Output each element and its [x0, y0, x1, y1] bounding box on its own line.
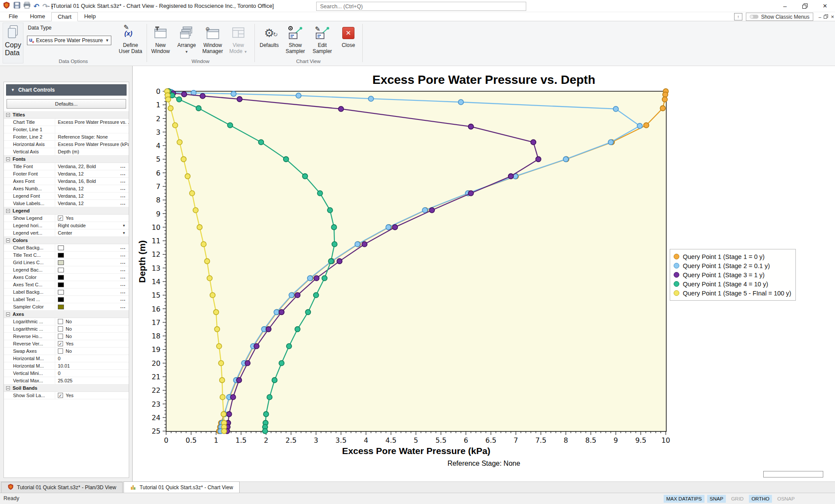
- data-point-marker[interactable]: [237, 96, 242, 102]
- color-swatch[interactable]: [58, 253, 64, 258]
- property-row[interactable]: Footer FontVerdana, 12...: [4, 170, 129, 178]
- data-point-marker[interactable]: [314, 275, 319, 281]
- data-point-marker[interactable]: [307, 275, 313, 281]
- data-point-marker[interactable]: [217, 344, 222, 349]
- property-row[interactable]: Title Text C......: [4, 252, 129, 259]
- property-value[interactable]: 25.025: [55, 377, 129, 384]
- property-value[interactable]: 0: [55, 370, 129, 377]
- checkbox-icon[interactable]: ✓: [58, 216, 63, 221]
- close-chart-button[interactable]: ✕ Close: [336, 23, 361, 63]
- ellipsis-button[interactable]: ...: [120, 200, 126, 206]
- data-point-marker[interactable]: [531, 139, 536, 145]
- data-point-marker[interactable]: [220, 395, 225, 400]
- data-point-marker[interactable]: [193, 208, 198, 213]
- tab-help[interactable]: Help: [78, 12, 102, 21]
- restore-button[interactable]: [795, 0, 815, 12]
- property-value[interactable]: 0: [55, 355, 129, 362]
- data-point-marker[interactable]: [231, 91, 236, 96]
- property-row[interactable]: Logarithmic ...No: [4, 325, 129, 333]
- data-point-marker[interactable]: [214, 309, 219, 315]
- data-point-marker[interactable]: [608, 139, 614, 145]
- property-row[interactable]: Horizontal M...10.01: [4, 362, 129, 370]
- property-row[interactable]: Axes Color...: [4, 274, 129, 281]
- property-value[interactable]: 10.01: [55, 362, 129, 369]
- collapse-section-icon[interactable]: [6, 209, 10, 213]
- color-swatch[interactable]: [58, 305, 64, 309]
- property-value[interactable]: Center▼: [55, 229, 129, 236]
- property-row[interactable]: Horizontal M...0: [4, 355, 129, 362]
- print-icon[interactable]: [23, 2, 30, 10]
- ellipsis-button[interactable]: ...: [120, 304, 126, 309]
- property-value[interactable]: Verdana, 12...: [55, 192, 129, 199]
- property-row[interactable]: Legend FontVerdana, 12...: [4, 192, 129, 200]
- property-value[interactable]: [55, 126, 129, 133]
- data-point-marker[interactable]: [368, 96, 374, 101]
- data-point-marker[interactable]: [637, 123, 642, 129]
- section-header-colors[interactable]: Colors: [4, 237, 129, 244]
- data-point-marker[interactable]: [200, 93, 205, 99]
- section-header-soil-bands[interactable]: Soil Bands: [4, 385, 129, 392]
- define-user-data-button[interactable]: ✎(x) Define User Data: [118, 23, 143, 63]
- ellipsis-button[interactable]: ...: [120, 289, 126, 294]
- tab-file[interactable]: File: [3, 12, 24, 21]
- show-sampler-button[interactable]: Show Sampler: [283, 23, 307, 63]
- data-point-marker[interactable]: [317, 191, 323, 196]
- property-row[interactable]: Reverse Ver...✓Yes: [4, 340, 129, 348]
- close-button[interactable]: ×: [815, 0, 835, 12]
- ellipsis-button[interactable]: ...: [120, 186, 126, 191]
- data-point-marker[interactable]: [279, 309, 284, 315]
- chart-view[interactable]: Excess Pore Water Pressure vs. Depth Dep…: [133, 66, 835, 481]
- property-value[interactable]: Verdana, 16, Bold...: [55, 178, 129, 185]
- arrange-button[interactable]: Arrange ▼: [174, 23, 199, 63]
- child-close-button[interactable]: ×: [831, 13, 834, 20]
- checkbox-icon[interactable]: [58, 319, 63, 324]
- data-point-marker[interactable]: [220, 378, 225, 383]
- property-value[interactable]: Reference Stage: None: [55, 133, 129, 140]
- property-value[interactable]: ...: [55, 252, 129, 259]
- ellipsis-button[interactable]: ...: [120, 259, 126, 265]
- property-value[interactable]: ...: [55, 244, 129, 251]
- property-row[interactable]: Chart TitleExcess Pore Water Pressure vs…: [4, 119, 129, 126]
- data-point-marker[interactable]: [296, 93, 301, 98]
- data-point-marker[interactable]: [338, 106, 344, 112]
- property-value[interactable]: ...: [55, 296, 129, 303]
- ellipsis-button[interactable]: ...: [120, 282, 126, 287]
- data-point-marker[interactable]: [272, 378, 277, 383]
- data-point-marker[interactable]: [168, 106, 173, 111]
- data-point-marker[interactable]: [302, 174, 307, 179]
- property-row[interactable]: Axes Text C......: [4, 281, 129, 288]
- property-row[interactable]: Axes Numb...Verdana, 12...: [4, 185, 129, 192]
- color-swatch[interactable]: [58, 245, 64, 250]
- property-row[interactable]: Chart Backg......: [4, 244, 129, 252]
- data-point-marker[interactable]: [196, 106, 201, 111]
- property-value[interactable]: ...: [55, 274, 129, 281]
- property-value[interactable]: Verdana, 12...: [55, 170, 129, 177]
- data-point-marker[interactable]: [327, 208, 333, 213]
- data-point-marker[interactable]: [274, 309, 279, 315]
- edit-sampler-button[interactable]: ✎ Edit Sampler: [310, 23, 334, 63]
- property-value[interactable]: ...: [55, 288, 129, 295]
- color-swatch[interactable]: [58, 275, 64, 280]
- property-value[interactable]: Excess Pore Water Pressure (kPa): [55, 141, 129, 148]
- color-swatch[interactable]: [58, 260, 64, 265]
- data-point-marker[interactable]: [221, 428, 227, 434]
- data-point-marker[interactable]: [214, 327, 220, 332]
- property-row[interactable]: Reverse Ho...No: [4, 333, 129, 340]
- checkbox-icon[interactable]: ✓: [58, 393, 63, 398]
- panel-defaults-button[interactable]: Defaults...: [7, 99, 126, 109]
- ellipsis-button[interactable]: ...: [120, 296, 126, 302]
- property-value[interactable]: ...: [55, 303, 129, 310]
- data-point-marker[interactable]: [331, 225, 337, 230]
- color-swatch[interactable]: [58, 290, 64, 295]
- data-point-marker[interactable]: [177, 97, 182, 102]
- data-point-marker[interactable]: [190, 191, 195, 196]
- data-point-marker[interactable]: [181, 156, 186, 162]
- collapse-section-icon[interactable]: [6, 157, 10, 161]
- data-point-marker[interactable]: [230, 395, 236, 400]
- data-point-marker[interactable]: [197, 225, 202, 230]
- checkbox-icon[interactable]: ✓: [58, 341, 63, 346]
- ellipsis-button[interactable]: ...: [120, 274, 126, 279]
- property-value[interactable]: Excess Pore Water Pressure vs. ...: [55, 119, 129, 126]
- dropdown-arrow-icon[interactable]: ▼: [122, 224, 126, 228]
- show-classic-menus-button[interactable]: Show Classic Menus: [746, 13, 813, 21]
